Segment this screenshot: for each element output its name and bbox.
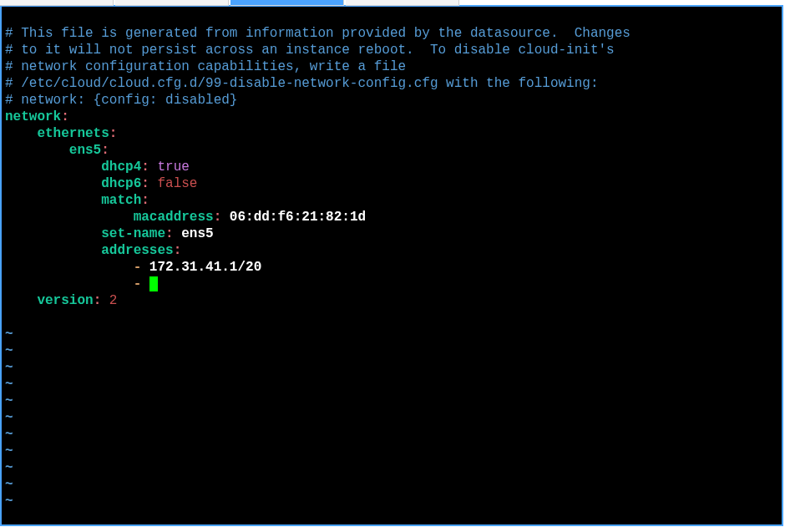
yaml-key-macaddress: macaddress bbox=[134, 210, 214, 225]
indent bbox=[5, 160, 101, 175]
yaml-val-mac: 06:dd:f6:21:82:1d bbox=[230, 210, 366, 225]
vim-tilde: ~ bbox=[5, 494, 13, 509]
comment-line: # network configuration capabilities, wr… bbox=[5, 59, 406, 74]
indent bbox=[5, 226, 101, 241]
colon: : bbox=[61, 109, 69, 124]
vim-tilde: ~ bbox=[5, 377, 13, 392]
yaml-key-ethernets: ethernets bbox=[37, 126, 109, 141]
comment-line: # This file is generated from informatio… bbox=[5, 26, 630, 41]
colon: : bbox=[141, 160, 149, 175]
tab[interactable] bbox=[0, 0, 114, 6]
yaml-val-version: 2 bbox=[109, 293, 118, 308]
yaml-val-false: false bbox=[157, 176, 197, 191]
yaml-val-setname: ens5 bbox=[181, 226, 213, 241]
indent bbox=[5, 210, 134, 225]
list-dash: - bbox=[134, 276, 142, 291]
yaml-key-interface: ens5 bbox=[69, 143, 101, 158]
indent bbox=[5, 293, 37, 308]
vim-tilde: ~ bbox=[5, 460, 13, 475]
indent bbox=[5, 276, 134, 291]
yaml-key-dhcp4: dhcp4 bbox=[101, 160, 141, 175]
comment-line: # network: {config: disabled} bbox=[5, 93, 237, 108]
comment-line: # /etc/cloud/cloud.cfg.d/99-disable-netw… bbox=[5, 76, 599, 91]
vim-tilde: ~ bbox=[5, 360, 13, 375]
colon: : bbox=[214, 210, 222, 225]
vim-tilde: ~ bbox=[5, 343, 13, 358]
vim-tilde: ~ bbox=[5, 327, 13, 342]
colon: : bbox=[94, 293, 102, 308]
yaml-key-version: version bbox=[37, 293, 93, 308]
colon: : bbox=[101, 143, 109, 158]
indent bbox=[5, 143, 69, 158]
yaml-key-addresses: addresses bbox=[101, 243, 173, 258]
list-dash: - bbox=[134, 260, 142, 275]
vim-tilde: ~ bbox=[5, 393, 13, 408]
vim-tilde: ~ bbox=[5, 443, 13, 459]
colon: : bbox=[165, 226, 174, 241]
yaml-key-dhcp6: dhcp6 bbox=[101, 176, 141, 191]
colon: : bbox=[174, 243, 182, 258]
yaml-val-true: true bbox=[157, 160, 189, 175]
cursor bbox=[149, 276, 158, 291]
comment-line: # to it will not persist across an insta… bbox=[5, 43, 615, 58]
yaml-key-network: network bbox=[5, 109, 61, 124]
vim-tilde: ~ bbox=[5, 410, 13, 425]
yaml-key-match: match bbox=[101, 193, 141, 208]
colon: : bbox=[109, 126, 118, 141]
vim-tilde: ~ bbox=[5, 427, 13, 442]
yaml-val-address: 172.31.41.1/20 bbox=[149, 260, 261, 275]
colon: : bbox=[141, 176, 149, 191]
tab[interactable] bbox=[346, 0, 459, 6]
yaml-key-setname: set-name bbox=[101, 226, 165, 241]
terminal-editor[interactable]: # This file is generated from informatio… bbox=[0, 5, 783, 526]
tab-active[interactable] bbox=[230, 0, 344, 6]
colon: : bbox=[141, 193, 149, 208]
vim-tilde: ~ bbox=[5, 477, 13, 492]
indent bbox=[5, 193, 101, 208]
indent bbox=[5, 126, 37, 141]
indent bbox=[5, 176, 101, 191]
indent bbox=[5, 260, 134, 275]
tab[interactable] bbox=[115, 0, 229, 6]
indent bbox=[5, 243, 101, 258]
